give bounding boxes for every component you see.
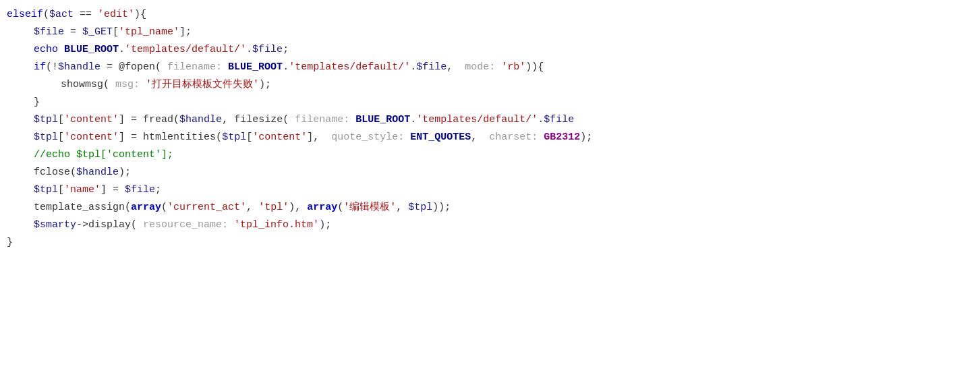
- code-token: ]: [119, 129, 125, 146]
- code-token: );: [319, 217, 331, 233]
- code-token: .: [538, 112, 544, 128]
- code-token: if: [34, 59, 46, 76]
- code-token: 'templates/default/': [125, 42, 246, 58]
- code-token: fread: [143, 112, 173, 128]
- code-token: 'tpl_name': [119, 24, 179, 40]
- code-token: (: [103, 77, 115, 93]
- code-token: =: [107, 182, 125, 198]
- code-token: GB2312: [544, 129, 580, 146]
- code-token: ==: [74, 7, 98, 23]
- code-line: $file = $_GET['tpl_name'];: [0, 24, 980, 42]
- code-line: //echo $tpl['content'];: [0, 147, 980, 165]
- code-token: $handle: [58, 59, 100, 76]
- code-token: $tpl: [34, 129, 58, 146]
- code-token: ]: [307, 129, 313, 146]
- code-token: ,: [222, 112, 234, 128]
- code-token: ]: [100, 182, 107, 198]
- code-line: template_assign(array('current_act', 'tp…: [0, 200, 980, 217]
- code-token: ,: [396, 200, 408, 216]
- code-token: (!: [46, 59, 58, 76]
- code-token: .: [283, 59, 289, 76]
- code-token: $file: [544, 112, 574, 128]
- code-token: elseif: [7, 7, 43, 23]
- code-token: $_GET: [82, 24, 113, 40]
- code-token: (: [161, 200, 167, 216]
- code-token: (: [131, 217, 143, 233]
- code-token: ),: [289, 200, 307, 216]
- code-token: echo: [34, 42, 58, 58]
- code-line: }: [0, 235, 980, 252]
- code-token: template_assign: [34, 200, 125, 216]
- code-token: 'name': [64, 182, 100, 198]
- code-line: if(!$handle = @fopen( filename: BLUE_ROO…: [0, 59, 980, 77]
- code-token: $tpl: [34, 112, 58, 128]
- code-token: resource_name:: [143, 217, 234, 233]
- code-token: $file: [125, 182, 155, 198]
- code-token: )){: [525, 59, 544, 76]
- code-token: $act: [49, 7, 74, 23]
- code-token: (: [70, 165, 76, 181]
- code-line: $smarty->display( resource_name: 'tpl_in…: [0, 217, 980, 235]
- code-token: $file: [34, 24, 64, 40]
- code-token: array: [307, 200, 337, 216]
- code-token: $tpl: [34, 182, 58, 198]
- code-token: [: [58, 112, 64, 128]
- code-token: filesize: [234, 112, 283, 128]
- code-token: filename:: [295, 112, 355, 128]
- code-token: filename:: [167, 59, 228, 76]
- code-token: [: [58, 182, 64, 198]
- code-token: ));: [432, 200, 451, 216]
- code-token: '打开目标模板文件失败': [146, 77, 259, 93]
- code-line: elseif($act == 'edit'){: [0, 7, 980, 24]
- code-token: charset:: [489, 129, 544, 146]
- code-token: ,: [313, 129, 331, 146]
- code-line: $tpl['content'] = htmlentities($tpl['con…: [0, 129, 980, 147]
- code-token: (: [155, 59, 167, 76]
- code-token: array: [131, 200, 161, 216]
- code-token: 'content': [64, 112, 119, 128]
- code-token: $file: [416, 59, 446, 76]
- code-line: $tpl['content'] = fread($handle, filesiz…: [0, 112, 980, 129]
- code-token: BLUE_ROOT: [228, 59, 283, 76]
- code-token: $handle: [76, 165, 119, 181]
- code-token: ];: [179, 24, 192, 40]
- code-token: .: [410, 112, 416, 128]
- code-line: echo BLUE_ROOT.'templates/default/'.$fil…: [0, 42, 980, 59]
- code-token: 'content': [252, 129, 307, 146]
- code-token: 'content': [64, 129, 119, 146]
- code-token: 'current_act': [167, 200, 246, 216]
- code-token: ]: [119, 112, 125, 128]
- code-token: display: [88, 217, 131, 233]
- code-line: $tpl['name'] = $file;: [0, 182, 980, 200]
- code-token: ENT_QUOTES: [410, 129, 471, 146]
- code-token: (: [125, 200, 131, 216]
- code-token: $handle: [179, 112, 222, 128]
- code-token: ,: [446, 59, 465, 76]
- code-token: (: [43, 7, 49, 23]
- code-token: );: [119, 165, 131, 181]
- code-token: 'tpl': [258, 200, 289, 216]
- code-token: showmsg: [61, 77, 103, 93]
- code-token: $file: [252, 42, 283, 58]
- code-token: }: [7, 235, 13, 251]
- code-token: 'rb': [501, 59, 525, 76]
- code-line: }: [0, 94, 980, 112]
- code-token: 'tpl_info.htm': [234, 217, 319, 233]
- code-token: $tpl: [408, 200, 432, 216]
- code-token: ,: [471, 129, 489, 146]
- code-token: .: [246, 42, 252, 58]
- code-token: ){: [134, 7, 146, 23]
- code-token: =: [64, 24, 82, 40]
- code-editor: elseif($act == 'edit'){$file = $_GET['tp…: [0, 0, 980, 379]
- code-token: '编辑模板': [343, 200, 396, 216]
- code-token: (: [337, 200, 343, 216]
- code-token: 'edit': [98, 7, 134, 23]
- code-token: ,: [246, 200, 258, 216]
- code-token: msg:: [115, 77, 146, 93]
- code-token: //echo $tpl['content'];: [34, 147, 173, 163]
- code-token: BLUE_ROOT: [64, 42, 119, 58]
- code-token: =: [100, 59, 119, 76]
- code-token: fclose: [34, 165, 70, 181]
- code-token: 'templates/default/': [416, 112, 538, 128]
- code-token: ->: [76, 217, 88, 233]
